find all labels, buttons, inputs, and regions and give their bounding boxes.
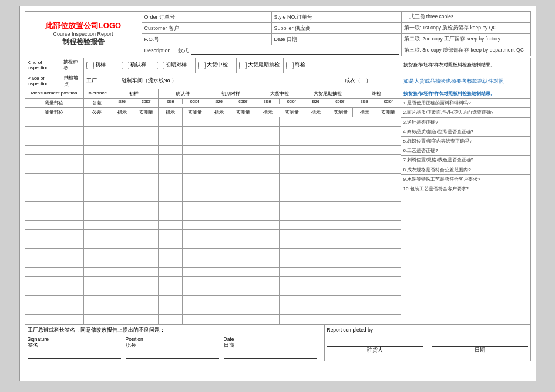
row-4-val-4[interactable] (207, 155, 231, 164)
row-1-val-1[interactable] (134, 127, 159, 136)
row-12-val-5[interactable] (231, 230, 255, 239)
row-9-val-4[interactable] (207, 202, 231, 211)
row-9-val-5[interactable] (231, 202, 255, 211)
description-value[interactable] (191, 46, 399, 55)
row-13-tol[interactable] (84, 239, 110, 248)
row-16-val-6[interactable] (255, 268, 280, 276)
row-4-val-5[interactable] (231, 155, 255, 164)
row-3-val-4[interactable] (207, 146, 231, 154)
row-18-val-3[interactable] (183, 286, 207, 295)
row-1-val-4[interactable] (207, 127, 231, 136)
row-16-val-3[interactable] (183, 268, 207, 276)
row-6-tol[interactable] (84, 174, 110, 183)
row-21-val-0[interactable] (110, 315, 134, 324)
row-17-val-0[interactable] (110, 277, 134, 286)
row-7-val-9[interactable] (328, 183, 352, 192)
row-3-tol[interactable] (84, 146, 110, 154)
row-16-tol[interactable] (84, 268, 110, 276)
row-16-val-10[interactable] (352, 268, 376, 276)
row-17-val-11[interactable] (376, 277, 400, 286)
row-2-val-9[interactable] (328, 136, 352, 145)
order-value[interactable] (177, 13, 268, 21)
row-5-val-8[interactable] (304, 164, 328, 173)
row-13-val-4[interactable] (207, 239, 231, 248)
row-17-val-5[interactable] (231, 277, 255, 286)
row-16-val-5[interactable] (231, 268, 255, 276)
row-17-tol[interactable] (84, 277, 110, 286)
row-15-val-0[interactable] (110, 258, 134, 267)
row-7-val-5[interactable] (231, 183, 255, 192)
row-12-val-0[interactable] (110, 230, 134, 239)
row-8-tol[interactable] (84, 192, 110, 201)
row-11-val-11[interactable] (376, 221, 400, 229)
row-16-val-4[interactable] (207, 268, 231, 276)
row-5-val-6[interactable] (255, 164, 280, 173)
row-8-val-0[interactable] (110, 192, 134, 201)
initial-checkbox[interactable]: 初样 (84, 58, 119, 73)
row-13-val-7[interactable] (280, 239, 304, 248)
row-16-val-11[interactable] (376, 268, 400, 276)
row-13-val-5[interactable] (231, 239, 255, 248)
row-1-val-8[interactable] (304, 127, 328, 136)
row-20-val-0[interactable] (110, 305, 134, 314)
row-6-val-0[interactable] (110, 174, 134, 183)
row-1-val-0[interactable] (110, 127, 134, 136)
row-7-val-10[interactable] (352, 183, 376, 192)
row-1-val-7[interactable] (280, 127, 304, 136)
row-19-val-4[interactable] (207, 296, 231, 305)
row-4-val-7[interactable] (280, 155, 304, 164)
row-4-val-10[interactable] (352, 155, 376, 164)
row-9-val-6[interactable] (255, 202, 280, 211)
row-8-val-2[interactable] (159, 192, 183, 201)
row-15-val-6[interactable] (255, 258, 280, 267)
row-6-val-8[interactable] (304, 174, 328, 183)
row-11-val-9[interactable] (328, 221, 352, 229)
row-3-val-9[interactable] (328, 146, 352, 154)
row-14-val-6[interactable] (255, 249, 280, 258)
row-10-val-5[interactable] (231, 211, 255, 220)
row-13-val-6[interactable] (255, 239, 280, 248)
row-9-val-3[interactable] (183, 202, 207, 211)
row-20-val-1[interactable] (134, 305, 159, 314)
row-13-val-11[interactable] (376, 239, 400, 248)
row-3-val-11[interactable] (376, 146, 400, 154)
row-10-tol[interactable] (84, 211, 110, 220)
row-14-val-2[interactable] (159, 249, 183, 258)
row-12-val-11[interactable] (376, 230, 400, 239)
row-2-val-3[interactable] (183, 136, 207, 145)
row-12-val-6[interactable] (255, 230, 280, 239)
row-18-val-10[interactable] (352, 286, 376, 295)
row-20-val-4[interactable] (207, 305, 231, 314)
row-14-pos[interactable] (25, 249, 84, 258)
row-0-val-5[interactable] (231, 117, 255, 126)
row-14-val-4[interactable] (207, 249, 231, 258)
mid-checkbox[interactable]: 大货中检 (196, 58, 237, 73)
row-0-val-7[interactable] (280, 117, 304, 126)
row-0-val-0[interactable] (110, 117, 134, 126)
row-1-val-11[interactable] (376, 127, 400, 136)
row-17-val-4[interactable] (207, 277, 231, 286)
row-21-val-1[interactable] (134, 315, 159, 324)
row-13-val-8[interactable] (304, 239, 328, 248)
row-7-val-0[interactable] (110, 183, 134, 192)
row-7-pos[interactable] (25, 183, 84, 192)
row-20-val-11[interactable] (376, 305, 400, 314)
row-8-val-4[interactable] (207, 192, 231, 201)
row-0-val-11[interactable] (376, 117, 400, 126)
row-18-val-0[interactable] (110, 286, 134, 295)
row-8-val-5[interactable] (231, 192, 255, 201)
row-18-val-4[interactable] (207, 286, 231, 295)
supplier-value[interactable] (313, 24, 398, 32)
row-10-val-8[interactable] (304, 211, 328, 220)
row-2-val-5[interactable] (231, 136, 255, 145)
row-7-val-3[interactable] (183, 183, 207, 192)
row-7-val-7[interactable] (280, 183, 304, 192)
row-14-val-3[interactable] (183, 249, 207, 258)
report-by-line[interactable] (327, 339, 423, 347)
row-14-val-0[interactable] (110, 249, 134, 258)
row-7-val-6[interactable] (255, 183, 280, 192)
row-21-val-2[interactable] (159, 315, 183, 324)
row-7-val-11[interactable] (376, 183, 400, 192)
row-5-val-0[interactable] (110, 164, 134, 173)
row-0-val-6[interactable] (255, 117, 280, 126)
